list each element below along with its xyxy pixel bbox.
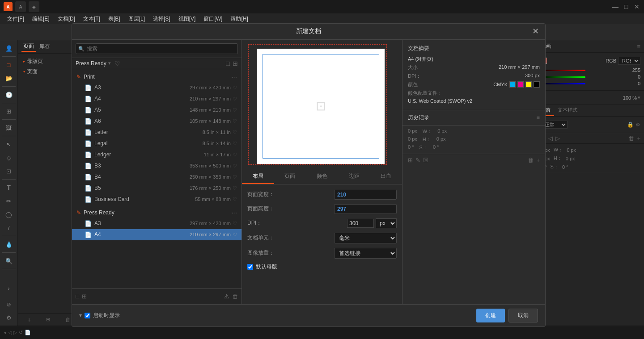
menu-text[interactable]: 文本[T] — [80, 14, 104, 24]
legal-fav[interactable]: ♡ — [233, 141, 237, 146]
rp-tab-text-style[interactable]: 文本样式 — [554, 105, 581, 116]
a5-fav[interactable]: ♡ — [233, 107, 237, 113]
tool-open[interactable]: 📂 — [2, 72, 16, 84]
tool-pen[interactable]: ✏ — [2, 195, 16, 207]
tool-example[interactable]: 🖼 — [2, 121, 16, 134]
pages-tool-spread[interactable]: ⊞ — [46, 317, 50, 322]
create-button[interactable]: 创建 — [476, 309, 505, 322]
tool-recent[interactable]: 🕐 — [2, 88, 16, 101]
tool-expand[interactable]: › — [2, 282, 16, 294]
a4-print-fav[interactable]: ♡ — [233, 96, 237, 102]
menu-window[interactable]: 窗口[W] — [200, 14, 226, 24]
pages-tool-delete[interactable]: 🗑 — [65, 317, 71, 323]
menu-help[interactable]: 帮助[H] — [227, 14, 251, 24]
stab-layout[interactable]: 布局 — [242, 169, 274, 184]
st-icon-5[interactable]: + — [536, 157, 540, 163]
tool-brush[interactable]: / — [2, 222, 16, 234]
page-width-input[interactable] — [335, 190, 397, 199]
menu-layers[interactable]: 图层[L] — [125, 14, 148, 24]
tool-shape[interactable]: ◯ — [2, 208, 16, 221]
status-loop[interactable]: ↺ — [19, 330, 23, 335]
tab-pages[interactable]: 页面 — [21, 42, 36, 52]
a3-press-fav[interactable]: ♡ — [233, 221, 237, 226]
pages-item-pages[interactable]: ▾ 页面 ≡ — [20, 67, 78, 77]
template-row-letter[interactable]: 📄 Letter 8.5 in × 11 in ♡ — [72, 127, 242, 138]
a6-fav[interactable]: ♡ — [233, 118, 237, 124]
tb-icon-tree[interactable]: ⊞ — [82, 293, 87, 300]
stab-color[interactable]: 颜色 — [306, 169, 338, 184]
tool-text[interactable]: T — [2, 181, 16, 194]
ledger-fav[interactable]: ♡ — [233, 152, 237, 158]
rp-icon-2[interactable]: ◁ — [548, 135, 553, 142]
template-row-bizcard[interactable]: 📄 Business Card 55 mm × 88 mm ♡ — [72, 194, 242, 205]
cancel-button[interactable]: 取消 — [508, 309, 538, 322]
menu-view[interactable]: 视图[V] — [175, 14, 199, 24]
print-more-icon[interactable]: ⋯ — [231, 74, 237, 80]
menu-select[interactable]: 选择[S] — [149, 14, 174, 24]
b3-fav[interactable]: ♡ — [233, 163, 237, 169]
rp-slider3[interactable] — [541, 83, 585, 84]
tool-eyedropper[interactable]: 💧 — [2, 238, 16, 251]
page-height-input[interactable] — [335, 205, 397, 213]
default-master-checkbox[interactable] — [247, 264, 253, 270]
st-icon-1[interactable]: ⊞ — [408, 157, 413, 163]
right-panel-menu[interactable]: ≡ — [637, 43, 640, 50]
template-row-ledger[interactable]: 📄 Ledger 11 in × 17 in ♡ — [72, 149, 242, 160]
dpi-input[interactable] — [347, 219, 374, 228]
b4-fav[interactable]: ♡ — [233, 174, 237, 180]
menu-doc[interactable]: 文档[D] — [54, 14, 79, 24]
template-section-print[interactable]: ✎ Print ⋯ — [72, 71, 242, 82]
startup-checkbox[interactable] — [85, 313, 90, 318]
bizcard-fav[interactable]: ♡ — [233, 197, 237, 202]
tool-new[interactable]: □ — [2, 59, 16, 71]
import-template-icon[interactable]: ⊞ — [233, 60, 238, 67]
tool-user[interactable]: 👤 — [2, 42, 16, 54]
maximize-button[interactable]: □ — [623, 3, 630, 10]
template-row-a4-print[interactable]: 📄 A4 210 mm × 297 mm ♡ — [72, 93, 242, 105]
pages-tool-add[interactable]: + — [27, 316, 31, 323]
template-row-a3-press[interactable]: 📄 A3 297 mm × 420 mm ♡ — [72, 218, 242, 229]
menu-edit[interactable]: 编辑[E] — [29, 14, 53, 24]
tb-icon-trash[interactable]: 🗑 — [232, 293, 238, 300]
stab-page[interactable]: 页面 — [274, 169, 306, 184]
menu-file[interactable]: 文件[F] — [4, 14, 28, 24]
doc-unit-select[interactable]: 毫米 英寸 px — [334, 233, 397, 243]
letter-fav[interactable]: ♡ — [233, 130, 237, 135]
img-placement-select[interactable]: 首选链接 嵌入 — [334, 248, 397, 259]
pages-item-master[interactable]: ▸ 母版页 — [20, 56, 78, 67]
template-row-a6[interactable]: 📄 A6 105 mm × 148 mm ♡ — [72, 116, 242, 127]
new-template-icon[interactable]: □ — [226, 60, 230, 67]
rp-slider1[interactable] — [541, 70, 585, 71]
b5-fav[interactable]: ♡ — [233, 185, 237, 191]
template-row-b3[interactable]: 📄 B3 353 mm × 500 mm ♡ — [72, 160, 242, 172]
minimize-button[interactable]: — — [612, 3, 619, 10]
tool-crop[interactable]: ⊡ — [2, 165, 16, 177]
dpi-unit-select[interactable]: px ppi — [376, 218, 397, 228]
stab-margin[interactable]: 边距 — [338, 169, 370, 184]
tool-zoom[interactable]: 🔍 — [2, 255, 16, 267]
rp-icon-4[interactable]: 🗑 — [628, 135, 634, 142]
a4-press-fav[interactable]: ♡ — [233, 232, 237, 238]
expand-icon[interactable]: ▾ — [79, 312, 82, 318]
template-row-a4-press[interactable]: 📄 A4 210 mm × 297 mm ♡ — [72, 229, 242, 240]
template-row-b5[interactable]: 📄 B5 176 mm × 250 mm ♡ — [72, 183, 242, 194]
status-doc[interactable]: 📄 — [25, 330, 31, 335]
tool-settings[interactable]: ⚙ — [2, 311, 16, 324]
tab-library[interactable]: 库存 — [38, 42, 52, 51]
tb-icon-newdoc[interactable]: □ — [76, 293, 79, 300]
heart-fav-icon[interactable]: ♡ — [114, 60, 120, 67]
st-icon-3[interactable]: ☒ — [423, 157, 428, 163]
close-button[interactable]: ✕ — [633, 3, 640, 10]
template-section-press-ready[interactable]: ✎ Press Ready ⋯ — [72, 207, 242, 218]
a3-print-fav[interactable]: ♡ — [233, 85, 237, 91]
menu-table[interactable]: 表[B] — [105, 14, 124, 24]
stab-bleed[interactable]: 出血 — [370, 169, 402, 184]
press-more-icon[interactable]: ⋯ — [231, 209, 237, 216]
tool-template[interactable]: ⊞ — [2, 105, 16, 117]
template-row-a3-print[interactable]: 📄 A3 297 mm × 420 mm ♡ — [72, 82, 242, 93]
tool-bottom1[interactable]: ☺ — [2, 298, 16, 310]
status-prev[interactable]: ◁ — [8, 330, 12, 335]
tool-node[interactable]: ◇ — [2, 151, 16, 164]
tool-select[interactable]: ↖ — [2, 138, 16, 151]
rp-slider2[interactable] — [541, 76, 585, 78]
